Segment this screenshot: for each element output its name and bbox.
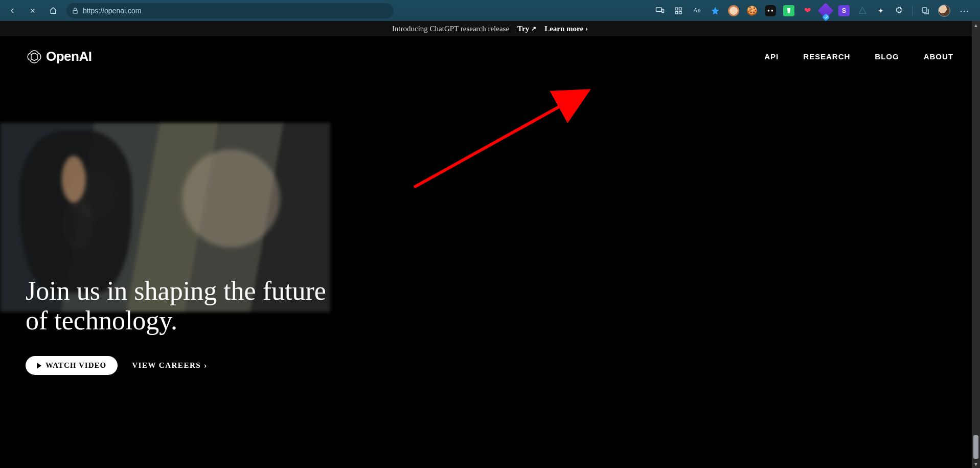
nav-about[interactable]: ABOUT [924,52,953,61]
svg-rect-7 [922,8,927,12]
hero-headline-line1: Join us in shaping the future [26,276,326,305]
announcement-text: Introducing ChatGPT research release [392,25,509,33]
extension-icon-7[interactable]: S [838,5,850,16]
extension-icon-6[interactable] [817,3,833,18]
scroll-thumb[interactable] [973,435,978,459]
back-button[interactable] [5,4,19,18]
extension-icon-3[interactable]: ● ● [765,5,776,16]
device-sync-icon[interactable] [654,5,666,16]
extension-icon-5[interactable]: ❤ [802,5,813,16]
openai-logo-icon [27,49,42,64]
collections-icon[interactable] [920,5,931,16]
svg-rect-1 [656,8,662,12]
brand-logo[interactable]: OpenAI [27,49,92,64]
chevron-right-icon: › [585,25,588,33]
browser-toolbar: https://openai.com A)) 🍪 ● ● ❤ S ✦ [0,0,980,21]
extension-icon-9[interactable]: ✦ [875,5,886,16]
svg-rect-6 [679,11,681,14]
home-button[interactable] [46,4,60,18]
announcement-learnmore-link[interactable]: Learn more › [544,25,588,33]
profile-avatar[interactable] [938,5,950,17]
chevron-right-icon: › [204,361,208,370]
watch-video-button[interactable]: WATCH VIDEO [26,356,118,375]
grid-icon[interactable] [673,5,684,16]
favorite-star-icon[interactable] [710,5,721,16]
hero-headline: Join us in shaping the future of technol… [26,276,326,336]
extensions-menu-icon[interactable] [894,5,905,16]
more-menu-button[interactable]: ⋯ [958,4,972,18]
extension-tray: A)) 🍪 ● ● ❤ S ✦ ⋯ [654,4,975,18]
page-content: OpenAI API RESEARCH BLOG ABOUT Join us i… [0,36,980,468]
nav-blog[interactable]: BLOG [875,52,899,61]
hero-content: Join us in shaping the future of technol… [26,276,326,375]
hero-section: Join us in shaping the future of technol… [0,123,980,389]
external-link-icon: ↗ [531,25,536,33]
lock-icon [72,7,79,14]
announcement-learnmore-label: Learn more [544,25,583,33]
site-header: OpenAI API RESEARCH BLOG ABOUT [0,36,980,77]
scroll-up-arrow-icon[interactable]: ▲ [972,21,980,29]
extension-icon-2[interactable]: 🍪 [746,5,758,16]
announcement-banner: Introducing ChatGPT research release Try… [0,21,980,36]
extension-icon-8[interactable] [857,5,868,16]
hero-actions: WATCH VIDEO VIEW CAREERS › [26,356,326,375]
svg-rect-2 [662,9,664,13]
vertical-scrollbar[interactable]: ▲ ▼ [972,21,980,468]
scroll-down-arrow-icon[interactable]: ▼ [972,460,980,468]
view-careers-link[interactable]: VIEW CAREERS › [132,361,208,370]
svg-rect-4 [679,8,681,10]
stop-reload-button[interactable] [26,4,40,18]
address-url: https://openai.com [83,7,141,15]
extension-icon-1[interactable] [728,5,739,16]
svg-rect-0 [73,10,77,13]
view-careers-label: VIEW CAREERS [132,361,201,370]
primary-nav: API RESEARCH BLOG ABOUT [764,52,953,61]
watch-video-label: WATCH VIDEO [45,361,106,370]
svg-rect-3 [675,8,678,10]
svg-rect-5 [675,11,678,14]
address-bar[interactable]: https://openai.com [66,3,394,18]
nav-api[interactable]: API [764,52,779,61]
extension-icon-4[interactable] [783,5,794,16]
brand-name: OpenAI [46,49,92,64]
read-aloud-icon[interactable]: A)) [691,5,702,16]
play-icon [37,363,41,369]
announcement-try-label: Try [517,25,529,33]
hero-headline-line2: of technology. [26,306,177,335]
nav-research[interactable]: RESEARCH [803,52,850,61]
announcement-try-link[interactable]: Try ↗ [517,25,536,33]
